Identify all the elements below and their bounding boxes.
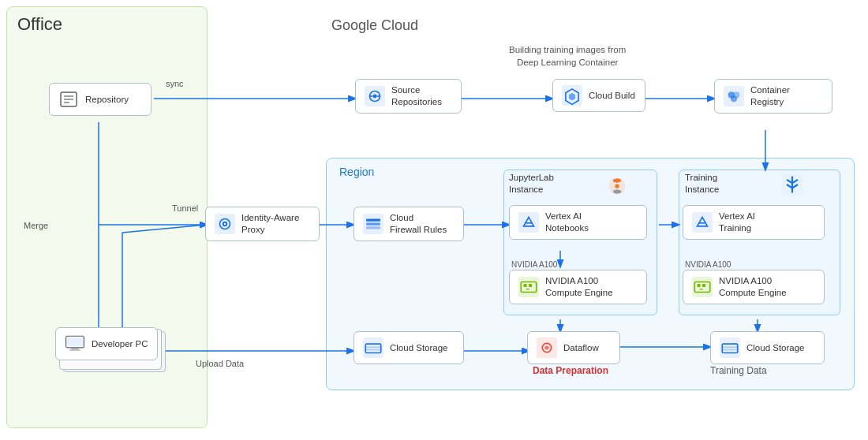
vertex-training-icon: [691, 211, 713, 233]
svg-rect-63: [365, 349, 381, 351]
jupyter-icon: [606, 175, 628, 202]
cloud-storage-right-icon: [719, 337, 741, 359]
cloud-build-node: Cloud Build: [552, 79, 645, 112]
svg-rect-59: [700, 289, 703, 290]
tensorflow-icon: [781, 173, 803, 200]
source-repositories-label: SourceRepositories: [391, 84, 442, 108]
container-registry-label: ContainerRegistry: [750, 84, 790, 108]
repository-icon: [58, 88, 80, 110]
svg-rect-45: [366, 226, 380, 229]
identity-proxy-node: Identity-AwareProxy: [205, 207, 320, 241]
nvidia-jupyter-icon: [518, 276, 540, 298]
vertex-notebooks-label: Vertex AINotebooks: [545, 211, 589, 234]
svg-rect-50: [524, 284, 527, 287]
data-preparation-label: Data Preparation: [533, 365, 608, 376]
cloud-build-icon: [561, 84, 583, 106]
training-data-label: Training Data: [710, 365, 767, 376]
vertex-training-node: Vertex AITraining: [683, 205, 825, 240]
cloud-storage-left-label: Cloud Storage: [390, 342, 448, 354]
tunnel-label: Tunnel: [172, 203, 198, 213]
nvidia-a100-t-label: NVIDIA A100: [685, 260, 731, 269]
cloud-firewall-label: CloudFirewall Rules: [390, 212, 447, 236]
cloud-storage-right-node: Cloud Storage: [710, 331, 825, 364]
svg-rect-68: [722, 346, 738, 348]
svg-rect-73: [67, 337, 83, 346]
sync-label: sync: [166, 79, 184, 88]
nvidia-a100-j-label: NVIDIA A100: [511, 260, 557, 269]
svg-rect-58: [702, 284, 705, 287]
svg-rect-62: [365, 346, 381, 348]
nvidia-jupyter-node: NVIDIA A100Compute Engine: [509, 270, 647, 304]
developer-pc-icon: [64, 333, 86, 355]
source-repositories-icon: [364, 85, 386, 107]
gcloud-label: Google Cloud: [331, 17, 418, 34]
svg-rect-43: [366, 218, 380, 221]
merge-label: Merge: [24, 221, 48, 230]
repository-node: Repository: [49, 83, 152, 116]
cloud-storage-right-label: Cloud Storage: [746, 342, 805, 354]
container-registry-node: ContainerRegistry: [714, 79, 832, 114]
identity-proxy-label: Identity-AwareProxy: [241, 212, 299, 236]
svg-rect-57: [698, 284, 701, 287]
region-label: Region: [339, 166, 374, 178]
svg-point-28: [373, 95, 377, 99]
identity-proxy-icon: [214, 213, 236, 235]
svg-point-2: [613, 189, 622, 193]
dataflow-icon: [536, 337, 558, 359]
office-label: Office: [17, 14, 62, 35]
upload-data-label: Upload Data: [196, 359, 244, 368]
developer-pc-label: Developer PC: [92, 338, 148, 350]
svg-point-37: [731, 95, 737, 102]
training-instance-label: TrainingInstance: [685, 172, 719, 196]
diagram: Office Google Cloud Building training im…: [0, 0, 868, 440]
cloud-firewall-icon: [362, 213, 384, 235]
nvidia-training-node: NVIDIA A100Compute Engine: [683, 270, 825, 304]
cloud-storage-left-node: Cloud Storage: [354, 331, 464, 364]
source-repositories-node: SourceRepositories: [355, 79, 462, 114]
developer-pc-stack: Developer PC: [55, 327, 158, 360]
svg-rect-51: [529, 284, 532, 287]
svg-rect-69: [722, 349, 738, 351]
nvidia-jupyter-label: NVIDIA A100Compute Engine: [545, 275, 613, 299]
developer-pc-node: Developer PC: [55, 327, 158, 360]
vertex-notebooks-node: Vertex AINotebooks: [509, 205, 647, 240]
repository-label: Repository: [85, 94, 129, 106]
cloud-build-label: Cloud Build: [589, 90, 635, 102]
jupyter-instance-label: JupyterLabInstance: [509, 172, 554, 196]
svg-point-41: [224, 223, 226, 225]
vertex-notebooks-icon: [518, 211, 540, 233]
nvidia-training-icon: [691, 276, 713, 298]
cloud-firewall-node: CloudFirewall Rules: [354, 207, 464, 241]
svg-rect-72: [69, 349, 81, 351]
nvidia-training-label: NVIDIA A100Compute Engine: [719, 275, 787, 299]
svg-rect-71: [71, 348, 79, 349]
svg-rect-44: [366, 222, 380, 225]
svg-point-1: [613, 178, 622, 182]
svg-point-3: [615, 184, 619, 188]
vertex-training-label: Vertex AITraining: [719, 211, 755, 234]
dataflow-node: Dataflow: [527, 331, 620, 364]
building-training-label: Building training images fromDeep Learni…: [509, 43, 626, 69]
container-registry-icon: [723, 85, 745, 107]
svg-rect-52: [526, 289, 529, 290]
dataflow-label: Dataflow: [563, 342, 599, 354]
cloud-storage-left-icon: [362, 337, 384, 359]
